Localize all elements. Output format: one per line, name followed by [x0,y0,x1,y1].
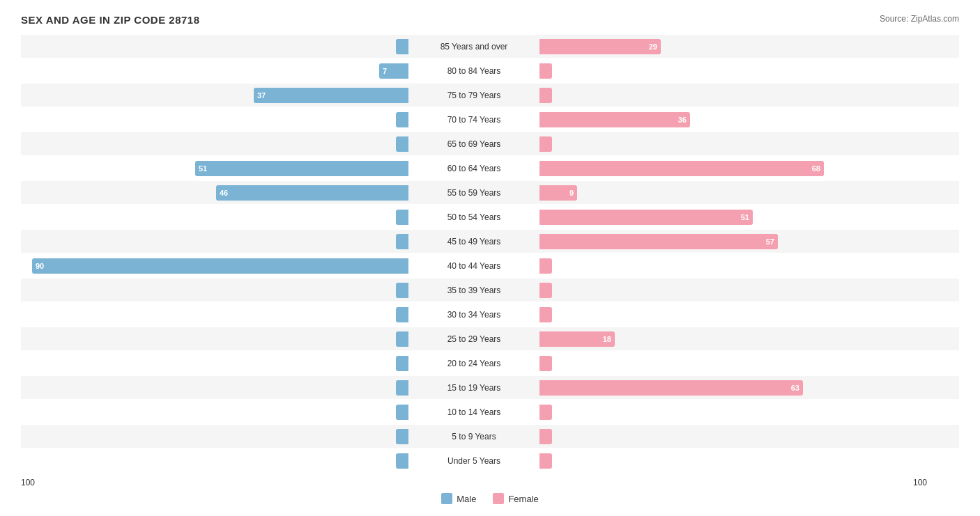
chart-row: 065 to 69 Years0 [21,132,959,155]
female-bar-stub [539,307,552,322]
female-bar-stub [539,429,552,444]
age-label: Under 5 Years [411,456,537,466]
female-value: 18 [603,335,611,343]
left-section: 0 [21,303,411,326]
female-color-box [493,493,504,504]
male-bar-stub [396,136,408,152]
female-value: 36 [678,116,687,124]
female-value: 51 [741,213,749,221]
female-bar: 51 [539,210,753,225]
chart-row: 4655 to 59 Years9 [21,181,959,204]
right-section: 63 [537,376,927,399]
right-section: 0 [537,132,927,155]
male-bar-stub [396,331,408,347]
right-section: 0 [537,84,927,107]
left-section: 0 [21,35,411,58]
age-label: 75 to 79 Years [411,91,537,100]
female-bar: 29 [539,39,661,54]
female-value: 29 [649,42,657,51]
left-section: 0 [21,132,411,155]
male-bar-stub [396,283,408,298]
right-section: 0 [537,400,927,423]
left-section: 0 [21,376,411,399]
right-section: 0 [537,59,927,82]
right-section: 0 [537,352,927,375]
age-label: 30 to 34 Years [411,310,537,320]
male-label: Male [457,494,476,504]
age-label: 40 to 44 Years [411,261,537,271]
left-section: 51 [21,157,411,180]
left-section: 0 [21,449,411,472]
age-label: 45 to 49 Years [411,237,537,247]
axis-left-label: 100 [21,478,35,487]
right-section: 51 [537,205,927,228]
male-bar-stub [396,307,408,322]
female-value: 63 [791,384,799,392]
left-section: 0 [21,400,411,423]
male-value: 46 [220,189,228,197]
female-value: 57 [766,237,774,246]
female-bar: 18 [539,331,615,347]
chart-row: 5160 to 64 Years68 [21,157,959,180]
female-bar-stub [539,356,552,371]
male-bar-stub [396,39,408,54]
female-bar: 57 [539,234,778,249]
age-label: 50 to 54 Years [411,212,537,222]
left-section: 0 [21,279,411,302]
right-section: 9 [537,181,927,204]
age-label: 10 to 14 Years [411,407,537,417]
legend-male: Male [441,493,476,504]
age-label: 80 to 84 Years [411,66,537,76]
male-bar-stub [396,356,408,371]
chart-row: 010 to 14 Years0 [21,400,959,423]
right-section: 29 [537,35,927,58]
male-bar: 90 [32,258,408,274]
legend: Male Female [21,493,959,504]
male-bar-stub [396,453,408,469]
female-label: Female [508,494,538,504]
female-bar-stub [539,405,552,420]
chart-row: 030 to 34 Years0 [21,303,959,326]
age-label: 60 to 64 Years [411,164,537,173]
female-value: 9 [569,189,574,197]
male-value: 7 [383,67,387,75]
right-section: 0 [537,254,927,277]
left-section: 0 [21,230,411,253]
male-bar-stub [396,234,408,249]
female-bar-stub [539,136,552,152]
male-bar-stub [396,210,408,225]
source-label: Source: ZipAtlas.com [880,14,959,24]
chart-row: 0Under 5 Years0 [21,449,959,472]
chart-row: 3775 to 79 Years0 [21,84,959,107]
age-label: 35 to 39 Years [411,286,537,295]
male-bar: 46 [216,185,408,201]
left-section: 46 [21,181,411,204]
age-label: 25 to 29 Years [411,334,537,344]
male-bar-stub [396,405,408,420]
chart-row: 780 to 84 Years0 [21,59,959,82]
left-section: 0 [21,327,411,350]
chart-row: 05 to 9 Years0 [21,425,959,448]
chart-row: 050 to 54 Years51 [21,205,959,228]
right-section: 68 [537,157,927,180]
right-section: 0 [537,425,927,448]
left-section: 0 [21,352,411,375]
right-section: 0 [537,279,927,302]
male-bar: 51 [195,161,408,176]
female-bar-stub [539,63,552,79]
female-bar: 36 [539,112,690,127]
age-label: 20 to 24 Years [411,359,537,368]
chart-row: 025 to 29 Years18 [21,327,959,350]
left-section: 0 [21,108,411,131]
age-label: 5 to 9 Years [411,432,537,441]
male-value: 37 [257,91,266,100]
male-bar: 7 [379,63,408,79]
right-section: 57 [537,230,927,253]
age-label: 65 to 69 Years [411,139,537,149]
female-bar-stub [539,453,552,469]
chart-row: 085 Years and over29 [21,35,959,58]
right-section: 18 [537,327,927,350]
age-label: 55 to 59 Years [411,188,537,198]
age-label: 70 to 74 Years [411,115,537,125]
female-bar-stub [539,283,552,298]
